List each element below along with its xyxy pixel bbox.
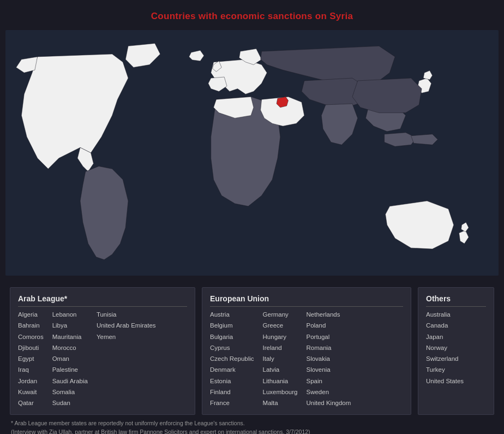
arab-league-col3: TunisiaUnited Arab EmiratesYemen — [97, 310, 156, 408]
list-item: Mauritania — [52, 332, 88, 342]
page-title: Countries with economic sanctions on Syr… — [5, 11, 499, 22]
list-item: United Arab Emirates — [97, 321, 156, 330]
list-item: Iraq — [18, 365, 44, 374]
legend-container: Arab League* AlgeriaBahrainComorosDjibou… — [5, 287, 499, 415]
list-item: Switzerland — [426, 354, 464, 364]
list-item: Latvia — [263, 365, 298, 374]
list-item: Somalia — [52, 388, 88, 397]
list-item: Germany — [263, 310, 298, 319]
list-item: Greece — [263, 321, 298, 330]
footnote: * Arab League member states are reported… — [5, 415, 499, 434]
footnote-line1: * Arab League member states are reported… — [11, 419, 493, 428]
others-title: Others — [426, 294, 486, 307]
list-item: Algeria — [18, 310, 44, 319]
list-item: Ireland — [263, 343, 298, 353]
list-item: Japan — [426, 332, 464, 342]
others-box: Others AustraliaCanadaJapanNorwaySwitzer… — [418, 287, 494, 415]
list-item: Saudi Arabia — [52, 377, 88, 386]
list-item: Turkey — [426, 365, 464, 374]
list-item: Slovenia — [306, 365, 351, 374]
page-container: Countries with economic sanctions on Syr… — [0, 0, 504, 434]
arab-league-title: Arab League* — [18, 294, 187, 307]
list-item: United States — [426, 377, 464, 386]
european-union-box: European Union AustriaBelgiumBulgariaCyp… — [202, 287, 411, 415]
list-item: United Kingdom — [306, 399, 351, 408]
list-item: Estonia — [210, 377, 254, 386]
list-item: Palestine — [52, 365, 88, 374]
arab-league-col1: AlgeriaBahrainComorosDjiboutiEgyptIraqJo… — [18, 310, 44, 408]
list-item: Portugal — [306, 332, 351, 342]
list-item: Cyprus — [210, 343, 254, 353]
eu-col3: NetherlandsPolandPortugalRomaniaSlovakia… — [306, 310, 351, 408]
list-item: Malta — [263, 399, 298, 408]
list-item: Australia — [426, 310, 464, 319]
list-item: Belgium — [210, 321, 254, 330]
list-item: Czech Republic — [210, 354, 254, 364]
list-item: Spain — [306, 377, 351, 386]
world-map — [5, 27, 499, 278]
list-item: Djibouti — [18, 343, 44, 353]
list-item: Egypt — [18, 354, 44, 364]
list-item: Tunisia — [97, 310, 156, 319]
list-item: Bulgaria — [210, 332, 254, 342]
others-columns: AustraliaCanadaJapanNorwaySwitzerlandTur… — [426, 310, 486, 386]
list-item: Libya — [52, 321, 88, 330]
list-item: Bahrain — [18, 321, 44, 330]
eu-col2: GermanyGreeceHungaryIrelandItalyLatviaLi… — [263, 310, 298, 408]
list-item: Jordan — [18, 377, 44, 386]
list-item: Oman — [52, 354, 88, 364]
european-union-title: European Union — [210, 294, 403, 307]
list-item: Denmark — [210, 365, 254, 374]
list-item: Poland — [306, 321, 351, 330]
list-item: Qatar — [18, 399, 44, 408]
footnote-line2: (Interview with Zia Ullah, partner at Br… — [11, 428, 493, 434]
eu-col1: AustriaBelgiumBulgariaCyprusCzech Republ… — [210, 310, 254, 408]
arab-league-col2: LebanonLibyaMauritaniaMoroccoOmanPalesti… — [52, 310, 88, 408]
list-item: Romania — [306, 343, 351, 353]
list-item: Lebanon — [52, 310, 88, 319]
list-item: Slovakia — [306, 354, 351, 364]
list-item: Italy — [263, 354, 298, 364]
list-item: Canada — [426, 321, 464, 330]
list-item: Austria — [210, 310, 254, 319]
list-item: Lithuania — [263, 377, 298, 386]
list-item: Comoros — [18, 332, 44, 342]
list-item: Sudan — [52, 399, 88, 408]
list-item: Kuwait — [18, 388, 44, 397]
list-item: Hungary — [263, 332, 298, 342]
arab-league-columns: AlgeriaBahrainComorosDjiboutiEgyptIraqJo… — [18, 310, 187, 408]
list-item: France — [210, 399, 254, 408]
list-item: Finland — [210, 388, 254, 397]
list-item: Luxembourg — [263, 388, 298, 397]
arab-league-box: Arab League* AlgeriaBahrainComorosDjibou… — [10, 287, 195, 415]
list-item: Sweden — [306, 388, 351, 397]
list-item: Morocco — [52, 343, 88, 353]
list-item: Netherlands — [306, 310, 351, 319]
map-svg — [5, 27, 499, 278]
list-item: Norway — [426, 343, 464, 353]
eu-columns: AustriaBelgiumBulgariaCyprusCzech Republ… — [210, 310, 403, 408]
others-col1: AustraliaCanadaJapanNorwaySwitzerlandTur… — [426, 310, 464, 386]
list-item: Yemen — [97, 332, 156, 342]
